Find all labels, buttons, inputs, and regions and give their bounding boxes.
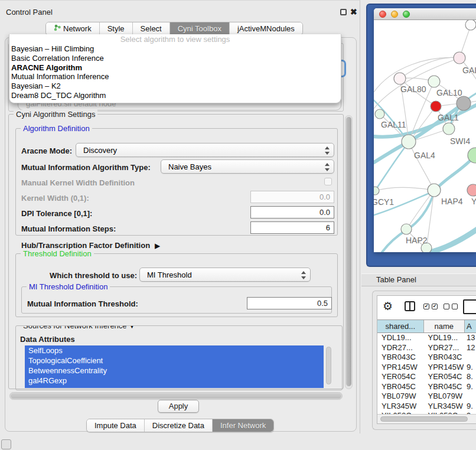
apply-button[interactable]: Apply [158,400,199,413]
table-cell[interactable]: YBL079W [424,392,465,402]
network-window-titlebar[interactable] [374,8,476,20]
network-node[interactable] [431,101,441,112]
select-all-checkbox-icon[interactable]: ✔ [423,304,429,309]
table-row[interactable]: YER054CYER054C8. [377,372,476,382]
algorithm-option-bayesian-k2[interactable]: Bayesian – K2 [9,81,341,91]
minimized-panel-icon[interactable] [1,439,11,449]
network-canvas[interactable]: GALGAL80GAL10GAL1GAL11SWI4GAL4GCY1HAP4YH… [374,20,476,252]
scrollbar-thumb[interactable] [380,416,468,422]
network-node[interactable] [375,109,384,119]
table-row[interactable]: YPR145WYPR145W9. [377,363,476,373]
table-cell[interactable]: YBR045C [377,382,424,392]
table-row[interactable]: YDL19...YDL19...13 [377,333,476,343]
table-cell[interactable]: YER054C [424,372,465,382]
table-cell[interactable]: YPR145W [424,363,465,373]
minimize-traffic-light-icon[interactable] [391,11,398,18]
manual-kernel-width-checkbox[interactable] [324,178,332,185]
table-cell[interactable] [465,392,476,402]
table-cell[interactable]: 8. [465,372,476,382]
tab-select[interactable]: Select [133,22,170,35]
show-columns-icon[interactable] [405,301,415,311]
which-threshold-combobox[interactable]: MI Threshold [139,268,311,282]
algorithm-definition-title: Algorithm Definition [21,124,92,133]
attribute-item-gal4rgexp[interactable]: gal4RGexp [25,376,324,386]
table-cell[interactable]: 13 [465,333,476,343]
sources-group-title[interactable]: Sources for Network Inference▼ [21,325,137,331]
network-node[interactable] [465,20,476,30]
tab-discretize-data[interactable]: Discretize Data [145,419,213,432]
float-window-icon[interactable] [340,9,347,15]
tab-jactivemnodules[interactable]: jActiveMNodules [230,22,302,35]
network-node[interactable] [394,73,406,84]
hub-definition-toggle[interactable]: Hub/Transcription Factor Definition▶ [21,241,160,250]
algorithm-option-dream8-dc-tdc-algorithm[interactable]: Dream8 DC_TDC Algorithm [9,91,341,100]
table-cell[interactable]: YPR145W [377,363,424,373]
close-icon[interactable]: ✖ [350,6,357,17]
new-table-icon[interactable] [463,299,476,314]
table-cell[interactable]: YDL19... [377,333,424,343]
table-row[interactable]: YBR043CYBR043C [377,353,476,363]
table-cell[interactable]: 9. [465,402,476,412]
table-cell[interactable]: YBR045C [424,382,465,392]
scrollbar-thumb[interactable] [346,117,351,386]
deselect-all-checkbox-icon[interactable] [444,304,449,309]
tab-network[interactable]: Network [46,22,100,35]
scrollbar-thumb[interactable] [11,393,341,399]
mi-threshold-field[interactable]: 0.5 [247,297,332,309]
mi-steps-field[interactable]: 6 [250,221,334,234]
tab-impute-data[interactable]: Impute Data [87,419,145,432]
table-cell[interactable]: YDL19... [424,333,465,343]
table-cell[interactable]: YER054C [377,372,424,382]
attribute-item-selfloops[interactable]: SelfLoops [25,345,324,356]
network-node[interactable] [402,135,416,149]
algorithm-option-aracne-algorithm[interactable]: ARACNE Algorithm [9,63,341,73]
tab-style[interactable]: Style [100,22,133,35]
settings-horizontal-scrollbar[interactable] [9,392,343,400]
algorithm-option-mutual-information-inference[interactable]: Mutual Information Inference [9,72,341,81]
table-horizontal-scrollbar[interactable] [377,414,476,424]
table-cell[interactable]: 12 [465,343,476,353]
table-row[interactable]: YLR345WYLR345W9. [377,402,476,412]
network-node[interactable] [454,52,465,64]
network-node[interactable] [401,224,412,234]
tab-infer-network[interactable]: Infer Network [213,419,273,432]
table-cell[interactable]: YBR043C [377,353,424,363]
select-all-checkbox-icon[interactable]: ✔ [432,304,438,309]
column-header-name[interactable]: name [424,320,465,332]
column-header-shared[interactable]: shared... [377,320,424,332]
network-node[interactable] [428,76,440,87]
table-cell[interactable]: 9. [465,382,476,392]
column-header-a[interactable]: A [465,320,476,332]
attributes-scrollbar[interactable] [326,347,331,384]
aracne-mode-combobox[interactable]: Discovery [76,143,334,157]
settings-vertical-scrollbar[interactable] [345,115,353,389]
table-cell[interactable]: YLR345W [424,402,465,412]
zoom-traffic-light-icon[interactable] [403,11,410,18]
network-node[interactable] [467,184,476,196]
kernel-width-field[interactable]: 0.0 [250,191,334,203]
table-cell[interactable]: 9. [465,363,476,373]
close-traffic-light-icon[interactable] [379,11,386,18]
table-cell[interactable] [465,353,476,363]
mi-algorithm-type-combobox[interactable]: Naive Bayes [161,159,334,174]
algorithm-option-bayesian-hill-climbing[interactable]: Bayesian – Hill Climbing [9,44,341,54]
network-node[interactable] [374,187,379,195]
table-row[interactable]: YBR045CYBR045C9. [377,382,476,392]
attribute-item-betweennesscentrality[interactable]: BetweennessCentrality [25,366,324,376]
dpi-tolerance-field[interactable]: 0.0 [250,206,334,219]
table-row[interactable]: YBL079WYBL079W [377,392,476,402]
network-node[interactable] [443,123,455,135]
table-row[interactable]: YDR27...YDR27...12 [377,343,476,353]
algorithm-option-basic-correlation-inference[interactable]: Basic Correlation Inference [9,54,341,63]
gear-icon[interactable]: ⚙ [383,300,393,313]
deselect-all-checkbox-icon[interactable] [452,304,458,309]
table-cell[interactable]: YDR27... [377,343,424,353]
tab-cyni-toolbox[interactable]: Cyni Toolbox [170,22,230,35]
table-cell[interactable]: YBL079W [377,392,424,402]
table-cell[interactable]: YDR27... [424,343,465,353]
network-node[interactable] [457,96,471,110]
table-cell[interactable]: YLR345W [377,402,424,412]
network-node[interactable] [428,184,441,197]
table-cell[interactable]: YBR043C [424,353,465,363]
attribute-item-topologicalcoefficient[interactable]: TopologicalCoefficient [25,356,324,366]
